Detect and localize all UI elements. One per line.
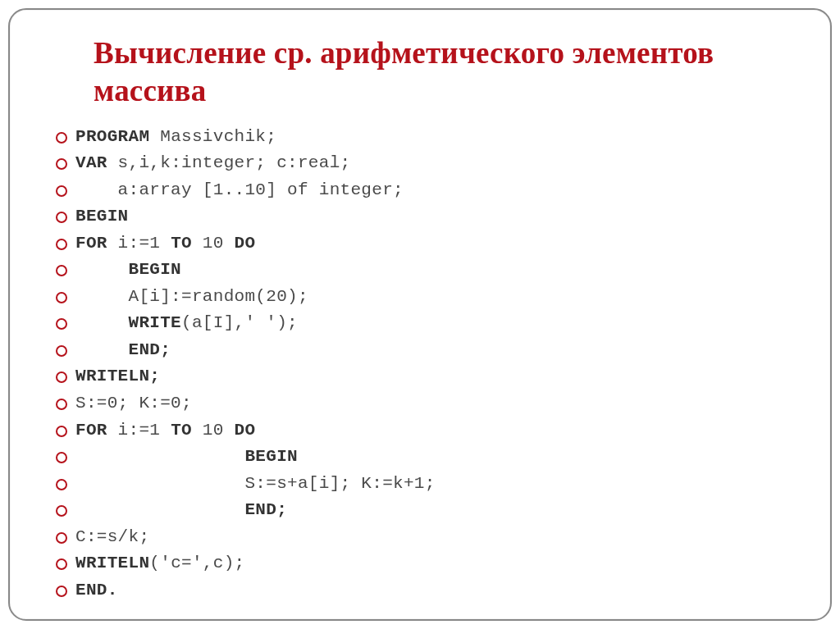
keyword: End; [75, 500, 287, 519]
code-listing: Program Massivchik;Var s,i,k:integer; c:… [56, 124, 797, 604]
code-line: Program Massivchik; [75, 124, 797, 151]
keyword: Var [75, 153, 107, 172]
keyword: END. [75, 581, 118, 599]
code-line: S:=0; K:=0; [75, 390, 797, 417]
keyword: For [75, 234, 107, 253]
code-text: a:array [1..10] of integer; [75, 180, 404, 199]
code-line: End; [75, 337, 797, 364]
code-line: C:=s/k; [75, 524, 797, 551]
code-line: Writeln; [75, 363, 797, 390]
code-text: C:=s/k; [75, 527, 149, 546]
code-text: S:=s+a[i]; K:=k+1; [75, 474, 436, 493]
code-line: Var s,i,k:integer; c:real; [75, 150, 797, 177]
keyword: for [75, 421, 107, 440]
code-line: BEGIN [75, 203, 797, 230]
code-line: A[i]:=random(20); [75, 284, 797, 311]
code-text: i:=1 [107, 421, 171, 440]
code-text: 10 [192, 421, 235, 440]
keyword: to [171, 234, 192, 253]
keyword: Begin [75, 260, 181, 279]
code-text: i:=1 [107, 234, 171, 253]
slide-card: Вычисление ср. арифметического элементов… [8, 8, 832, 621]
code-text: ('c=',c); [149, 554, 244, 572]
code-line: Writeln('c=',c); [75, 550, 797, 577]
keyword: Begin [75, 447, 298, 466]
keyword: Writeln; [75, 367, 160, 385]
code-text: Massivchik; [149, 127, 276, 146]
code-line: S:=s+a[i]; K:=k+1; [75, 471, 797, 498]
code-text: A[i]:=random(20); [75, 287, 308, 306]
code-line: for i:=1 to 10 do [75, 417, 797, 444]
code-text: S:=0; K:=0; [75, 394, 192, 412]
code-line: End; [75, 497, 797, 524]
keyword: BEGIN [75, 207, 129, 226]
keyword: do [235, 234, 256, 253]
keyword: Program [75, 127, 149, 146]
slide-title: Вычисление ср. арифметического элементов… [56, 34, 797, 111]
code-line: Write(a[I],' '); [75, 310, 797, 337]
keyword: to [171, 421, 192, 440]
code-line: For i:=1 to 10 do [75, 230, 797, 258]
keyword: End; [75, 340, 171, 359]
code-text: s,i,k:integer; c:real; [107, 153, 351, 172]
keyword: Write [75, 313, 181, 332]
code-text: 10 [192, 234, 235, 253]
code-line: a:array [1..10] of integer; [75, 177, 797, 204]
keyword: do [235, 421, 256, 440]
keyword: Writeln [75, 554, 149, 572]
code-line: END. [75, 577, 797, 604]
code-line: Begin [75, 257, 797, 284]
code-line: Begin [75, 444, 797, 471]
code-text: (a[I],' '); [181, 313, 298, 332]
